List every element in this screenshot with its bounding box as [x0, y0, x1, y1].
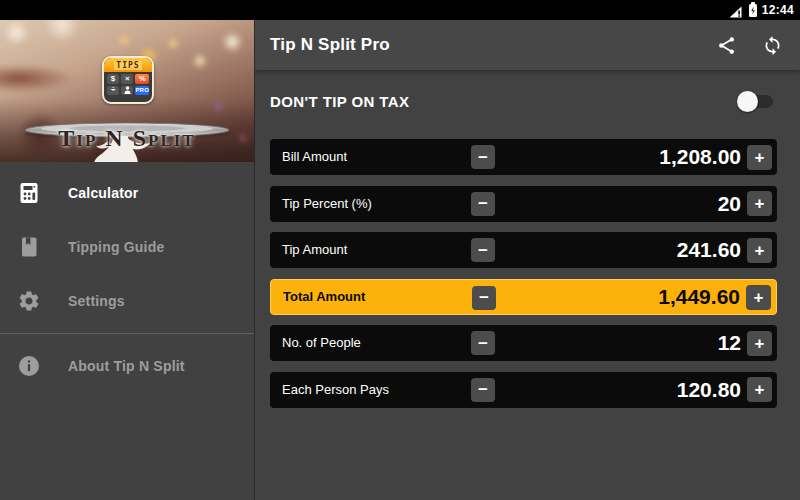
- drawer-header-image: TIPS $ × % ÷ PRO Tip N Split: [0, 20, 254, 162]
- menu-divider: [0, 333, 254, 334]
- book-icon: [17, 235, 41, 259]
- calculator-icon: [17, 181, 41, 205]
- sync-icon[interactable]: [760, 33, 784, 57]
- tip-percent-label: Tip Percent (%): [282, 186, 372, 222]
- app-screen: 12:44 TIPS $ × % ÷ PRO Tip N Split: [0, 0, 800, 500]
- menu-label-settings: Settings: [68, 293, 125, 309]
- menu-label-calculator: Calculator: [68, 185, 138, 201]
- logo-key-divide: ÷: [107, 86, 119, 96]
- bill-amount-row: Bill Amount − 1,208.00 +: [270, 139, 777, 175]
- tip-amount-decrement-button[interactable]: −: [471, 238, 495, 262]
- each-person-pays-label: Each Person Pays: [282, 372, 389, 408]
- bill-amount-label: Bill Amount: [282, 139, 347, 175]
- drawer-menu: Calculator Tipping Guide Settings: [0, 162, 254, 393]
- tip-percent-decrement-button[interactable]: −: [471, 192, 495, 216]
- logo-key-dollar: $: [107, 74, 119, 84]
- people-count-row: No. of People − 12 +: [270, 325, 777, 361]
- bill-amount-increment-button[interactable]: +: [747, 145, 772, 170]
- navigation-drawer: TIPS $ × % ÷ PRO Tip N Split: [0, 20, 255, 500]
- total-amount-decrement-button[interactable]: −: [472, 286, 496, 310]
- app-bar: Tip N Split Pro: [255, 20, 800, 70]
- total-amount-label: Total Amount: [283, 280, 365, 314]
- menu-item-about[interactable]: About Tip N Split: [0, 339, 254, 393]
- info-icon: [17, 354, 41, 378]
- total-amount-value[interactable]: 1,449.60: [658, 280, 740, 314]
- total-amount-row: Total Amount − 1,449.60 +: [270, 279, 777, 315]
- each-person-pays-row: Each Person Pays − 120.80 +: [270, 372, 777, 408]
- logo-key-person: [121, 86, 133, 96]
- menu-item-calculator[interactable]: Calculator: [0, 166, 254, 220]
- tip-percent-increment-button[interactable]: +: [747, 191, 772, 216]
- bill-amount-value[interactable]: 1,208.00: [659, 139, 741, 175]
- status-bar: 12:44: [0, 0, 800, 20]
- logo-pro-badge: PRO: [135, 86, 149, 96]
- tax-toggle-switch[interactable]: [741, 94, 773, 109]
- people-count-decrement-button[interactable]: −: [471, 331, 495, 355]
- gear-icon: [17, 289, 41, 313]
- page-title: Tip N Split Pro: [270, 35, 714, 55]
- app-logo-icon: TIPS $ × % ÷ PRO: [102, 56, 154, 104]
- status-clock: 12:44: [762, 3, 794, 17]
- menu-item-tipping-guide[interactable]: Tipping Guide: [0, 220, 254, 274]
- bill-amount-decrement-button[interactable]: −: [471, 145, 495, 169]
- each-person-pays-decrement-button[interactable]: −: [471, 378, 495, 402]
- people-count-value[interactable]: 12: [718, 325, 741, 361]
- people-count-increment-button[interactable]: +: [747, 331, 772, 356]
- total-amount-increment-button[interactable]: +: [746, 285, 771, 310]
- tip-amount-label: Tip Amount: [282, 232, 347, 268]
- logo-key-multiply: ×: [121, 74, 133, 84]
- tip-amount-increment-button[interactable]: +: [747, 238, 772, 263]
- each-person-pays-increment-button[interactable]: +: [747, 377, 772, 402]
- tip-amount-value[interactable]: 241.60: [677, 232, 741, 268]
- tip-percent-value[interactable]: 20: [718, 186, 741, 222]
- signal-icon: [729, 4, 742, 16]
- dont-tip-on-tax-row: DON'T TIP ON TAX: [270, 80, 773, 122]
- each-person-pays-value[interactable]: 120.80: [677, 372, 741, 408]
- battery-icon: [749, 4, 757, 17]
- tip-amount-row: Tip Amount − 241.60 +: [270, 232, 777, 268]
- menu-label-tipping-guide: Tipping Guide: [68, 239, 164, 255]
- people-count-label: No. of People: [282, 325, 361, 361]
- logo-key-percent: %: [135, 74, 149, 84]
- toggle-thumb: [737, 91, 758, 112]
- logo-display-text: TIPS: [114, 61, 141, 70]
- main-content: Tip N Split Pro DON'T: [255, 20, 800, 500]
- menu-label-about: About Tip N Split: [68, 358, 185, 374]
- menu-item-settings[interactable]: Settings: [0, 274, 254, 328]
- share-icon[interactable]: [714, 33, 738, 57]
- drawer-app-title: Tip N Split: [0, 126, 254, 150]
- tip-percent-row: Tip Percent (%) − 20 +: [270, 186, 777, 222]
- dont-tip-on-tax-label: DON'T TIP ON TAX: [270, 93, 409, 110]
- calculator-rows: Bill Amount − 1,208.00 + Tip Percent (%)…: [255, 139, 800, 408]
